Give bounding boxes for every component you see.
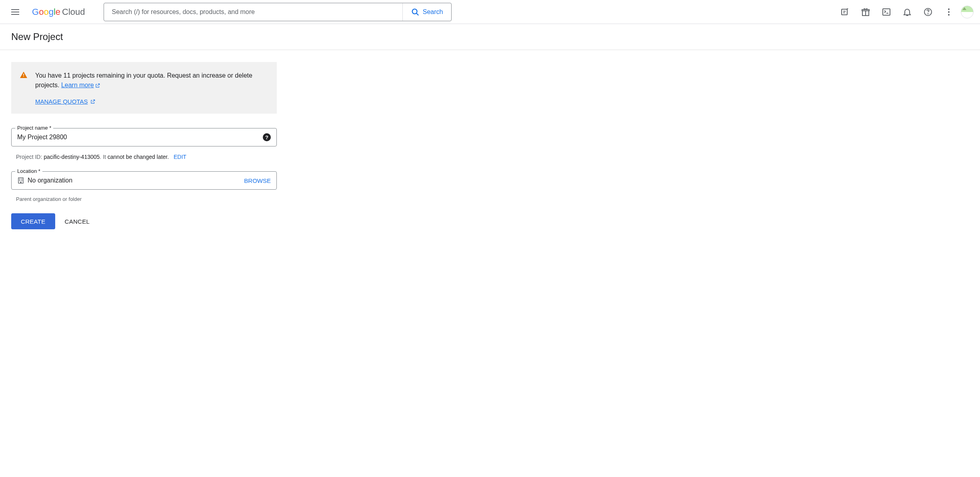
gift-icon[interactable] xyxy=(857,3,874,21)
project-name-label: Project name * xyxy=(15,125,53,131)
search-button[interactable]: Search xyxy=(402,3,451,21)
quota-message: You have 11 projects remaining in your q… xyxy=(35,71,266,90)
svg-rect-13 xyxy=(19,179,20,180)
page-title: New Project xyxy=(11,31,969,42)
cancel-button[interactable]: CANCEL xyxy=(65,218,90,225)
learn-more-link[interactable]: Learn more xyxy=(61,82,100,88)
project-id-info: Project ID: pacific-destiny-413005. It c… xyxy=(11,150,277,160)
header-actions xyxy=(836,3,974,21)
location-label: Location * xyxy=(15,168,42,174)
project-name-input[interactable] xyxy=(17,134,263,141)
location-helper-text: Parent organization or folder xyxy=(11,194,277,202)
browse-button[interactable]: BROWSE xyxy=(244,177,271,184)
warning-icon xyxy=(20,72,27,78)
logo-cloud-text: Cloud xyxy=(62,7,85,17)
edit-project-id-button[interactable]: EDIT xyxy=(174,154,186,160)
svg-rect-6 xyxy=(883,9,890,15)
svg-rect-16 xyxy=(22,180,22,181)
account-avatar[interactable] xyxy=(961,6,974,18)
svg-rect-2 xyxy=(842,9,847,15)
svg-rect-17 xyxy=(20,182,22,183)
svg-line-1 xyxy=(416,13,418,15)
svg-point-8 xyxy=(928,14,928,14)
search-icon xyxy=(411,8,420,16)
external-link-icon xyxy=(90,99,96,104)
svg-rect-15 xyxy=(19,180,20,181)
svg-rect-14 xyxy=(22,179,22,180)
manage-quotas-link[interactable]: MANAGE QUOTAS xyxy=(35,98,96,105)
project-id-value: pacific-destiny-413005 xyxy=(44,154,100,160)
organization-icon xyxy=(17,177,24,184)
location-field: Location * BROWSE xyxy=(11,171,277,190)
cloud-shell-icon[interactable] xyxy=(878,3,895,21)
main-content: You have 11 projects remaining in your q… xyxy=(0,50,288,241)
project-name-field: Project name * ? xyxy=(11,128,277,146)
svg-point-9 xyxy=(948,8,950,10)
page-header: New Project xyxy=(0,24,980,50)
more-options-icon[interactable] xyxy=(940,3,958,21)
svg-rect-5 xyxy=(862,10,869,11)
help-icon[interactable] xyxy=(919,3,937,21)
svg-point-11 xyxy=(948,14,950,16)
help-tooltip-icon[interactable]: ? xyxy=(263,133,271,141)
google-cloud-logo[interactable]: Google Cloud xyxy=(32,7,85,17)
search-input[interactable] xyxy=(104,8,402,16)
notifications-icon[interactable] xyxy=(898,3,916,21)
svg-point-0 xyxy=(412,9,417,14)
location-input[interactable] xyxy=(28,177,244,184)
hamburger-menu-icon[interactable] xyxy=(6,2,26,22)
search-bar: Search xyxy=(104,3,452,21)
svg-point-10 xyxy=(948,11,950,13)
external-link-icon xyxy=(95,83,100,88)
gemini-icon[interactable] xyxy=(836,3,854,21)
form-actions: CREATE CANCEL xyxy=(11,213,277,229)
quota-notice: You have 11 projects remaining in your q… xyxy=(11,62,277,114)
search-button-label: Search xyxy=(423,8,443,16)
create-button[interactable]: CREATE xyxy=(11,213,55,229)
top-header: Google Cloud Search xyxy=(0,0,980,24)
